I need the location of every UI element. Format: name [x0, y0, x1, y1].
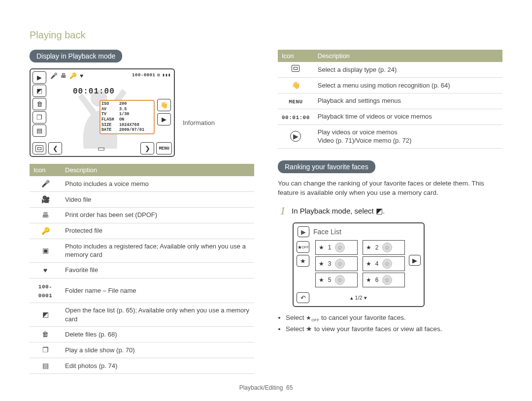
icon-description-table-right: Icon Description Select a display type (… — [278, 50, 502, 149]
step-number: 1 — [278, 204, 288, 217]
th-description: Description — [61, 164, 254, 176]
table-row: ♥Favorite file — [30, 262, 254, 278]
avatar: ☺ — [382, 275, 392, 285]
face-row[interactable]: ★6☺ — [363, 273, 405, 287]
print-icon: 🖶 — [30, 207, 61, 223]
face-row[interactable]: ★2☺ — [363, 240, 405, 255]
play-toggle-icon[interactable]: ▶ — [298, 226, 309, 237]
lcd-top-right: 100-0001 ⊡ ▮▮▮ — [132, 72, 171, 78]
two-column-layout: Display in Playback mode ▶ ◩ 🗑 ❐ ▤ 🎤 — [30, 50, 502, 374]
table-row: 🎥Video file — [30, 191, 254, 207]
video-icon: 🎥 — [30, 191, 61, 207]
tip-cancel-favorite: Select ★OFF to cancel your favorite face… — [286, 314, 502, 322]
lcd-top-icons: 🎤 🖶 🔑 ♥ — [50, 72, 83, 79]
table-row: ▣Photo includes a registered face; Avail… — [30, 239, 254, 262]
edit-icon: ▤ — [30, 358, 61, 374]
face-grid: ★1☺★2☺★3☺★4☺★5☺★6☺ — [315, 240, 405, 287]
description-cell: Play a slide show (p. 70) — [61, 342, 254, 358]
step-1: 1 In Playback mode, select ◩. — [278, 204, 502, 217]
star-icon: ★ — [319, 277, 324, 283]
mic-icon: 🎤 — [50, 72, 58, 79]
page-indicator: 1/2 — [355, 295, 362, 301]
description-cell: Select a display type (p. 24) — [314, 62, 502, 77]
ranking-heading: Ranking your favorite faces — [278, 160, 375, 173]
table-row: ▤Edit photos (p. 74) — [30, 358, 254, 374]
thumbnail-icon[interactable]: ▭ — [64, 144, 138, 153]
next-icon[interactable]: ❯ — [140, 142, 154, 154]
edit-icon[interactable]: ▤ — [33, 124, 46, 137]
trash-icon[interactable]: 🗑 — [33, 98, 46, 110]
rank-number: 5 — [327, 277, 332, 283]
ranking-body-text: You can change the ranking of your favor… — [278, 179, 502, 198]
table-row: 👋Select a menu using motion recognition … — [278, 77, 502, 93]
left-column: Display in Playback mode ▶ ◩ 🗑 ❐ ▤ 🎤 — [30, 50, 254, 374]
description-cell: Favorite file — [61, 262, 254, 278]
motion-icon: 👋 — [278, 77, 314, 93]
face-list-lcd: ▶ Face List ★OFF ★ ★1☺★2☺★3☺★4☺★5☺★6☺ ▶ … — [293, 222, 425, 307]
lcd-right-toolbar: 👋 ▶ — [157, 99, 171, 125]
play-icon[interactable]: ▶ — [157, 113, 171, 125]
page-down-icon[interactable]: ▾ — [364, 295, 367, 301]
description-cell: Folder name – File name — [61, 278, 254, 303]
star-icon: ★ — [319, 244, 324, 251]
table-row: ◩Open the face list (p. 65); Available o… — [30, 303, 254, 327]
page-title: Playing back — [30, 30, 502, 41]
avatar: ☺ — [335, 243, 345, 252]
avatar: ☺ — [335, 275, 345, 285]
description-cell: Edit photos (p. 74) — [61, 358, 254, 374]
prev-icon[interactable]: ❮ — [48, 142, 62, 154]
play-icon: ▶ — [278, 124, 314, 148]
description-cell: Delete files (p. 68) — [61, 327, 254, 342]
slideshow-icon[interactable]: ❐ — [33, 111, 46, 123]
description-cell: Print order has been set (DPOF) — [61, 207, 254, 223]
description-cell: Video file — [61, 191, 254, 207]
print-icon: 🖶 — [61, 72, 66, 79]
play-toggle-icon[interactable]: ▶ — [33, 71, 46, 84]
face-row[interactable]: ★4☺ — [363, 256, 405, 271]
play-icon[interactable]: ▶ — [409, 255, 421, 266]
camera-lcd-illustration: ▶ ◩ 🗑 ❐ ▤ 🎤 🖶 🔑 ♥ 100-0001 ⊡ ▮▮▮ — [30, 68, 175, 157]
tip-view-favorite: Select ★ to view your favorite faces or … — [286, 325, 502, 333]
lock-icon: 🔑 — [30, 223, 61, 239]
face-row[interactable]: ★5☺ — [315, 273, 358, 287]
voice-badge-icon: ⊡ — [157, 72, 160, 78]
table-row: 100-0001Folder name – File name — [30, 278, 254, 303]
icon-description-table-left: Icon Description 🎤Photo includes a voice… — [30, 164, 254, 374]
table-row: Select a display type (p. 24) — [278, 62, 502, 77]
star-icon: ★ — [366, 260, 371, 267]
pager: ▴ 1/2 ▾ — [311, 295, 406, 301]
menu-button[interactable]: MENU — [156, 142, 172, 154]
right-column: Icon Description Select a display type (… — [278, 50, 502, 374]
description-cell: Open the face list (p. 65); Available on… — [61, 303, 254, 327]
slideshow-icon: ❐ — [30, 342, 61, 358]
playtime-text: 00:01:00 — [278, 109, 314, 124]
favorite-icon: ♥ — [80, 72, 83, 79]
star-off-icon: ★OFF — [306, 314, 319, 321]
display-type-icon[interactable] — [33, 142, 46, 154]
face-row[interactable]: ★3☺ — [315, 256, 358, 271]
avatar: ☺ — [335, 259, 345, 269]
motion-icon[interactable]: 👋 — [157, 99, 171, 111]
battery-icon: ▮▮▮ — [162, 72, 171, 78]
table-row: ❐Play a slide show (p. 70) — [30, 342, 254, 358]
star-off-icon[interactable]: ★OFF — [297, 241, 309, 253]
rank-number: 3 — [327, 260, 332, 267]
display-type-icon — [278, 62, 314, 77]
description-cell: Play videos or voice memos Video (p. 71)… — [314, 124, 502, 148]
back-icon[interactable]: ↶ — [297, 292, 309, 303]
star-icon[interactable]: ★ — [297, 255, 309, 267]
star-icon: ★ — [366, 244, 371, 251]
face-list-icon[interactable]: ◩ — [33, 85, 46, 97]
info-box: ISO200 AV3.5 TV1/30 FLASHON SIZE1024X768… — [100, 100, 155, 134]
page-up-icon[interactable]: ▴ — [350, 295, 353, 301]
page-footer: Playback/Editing 65 — [0, 384, 532, 391]
description-cell: Protected file — [61, 223, 254, 239]
favorite-icon: ♥ — [30, 262, 61, 278]
table-row: MENUPlayback and settings menus — [278, 93, 502, 109]
file-counter: 100-0001 — [132, 73, 155, 78]
rank-number: 1 — [327, 244, 332, 251]
tips-list: Select ★OFF to cancel your favorite face… — [286, 314, 502, 332]
description-cell: Photo includes a voice memo — [61, 176, 254, 191]
mic-icon: 🎤 — [30, 176, 61, 191]
face-row[interactable]: ★1☺ — [315, 240, 358, 255]
